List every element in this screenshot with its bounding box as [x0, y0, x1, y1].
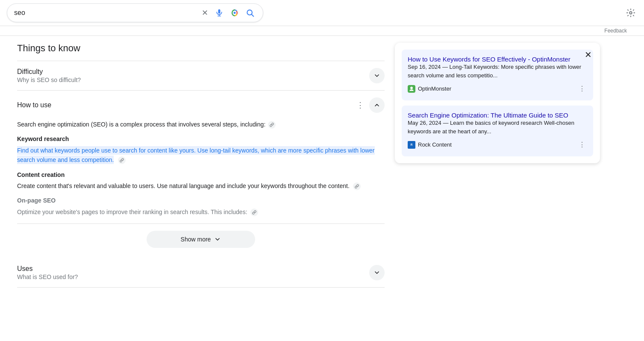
highlighted-keyword-text: Find out what keywords people use to sea… [17, 146, 375, 164]
how-to-use-accordion: How to use ⋮ Search engine optimiza [17, 91, 385, 224]
link-icon-4 [252, 210, 256, 215]
settings-area [618, 6, 637, 19]
rockcontent-favicon-icon: R [409, 142, 415, 148]
main-layout: Things to know Difficulty Why is SEO so … [0, 36, 598, 294]
uses-title: Uses [17, 265, 369, 273]
source-dash-1: — [442, 64, 450, 70]
source-item-rockcontent: Search Engine Optimization: The Ultimate… [402, 106, 593, 156]
on-page-seo-text: Optimize your website's pages to improve… [17, 207, 385, 217]
search-input[interactable] [14, 9, 197, 17]
source-excerpt-rockcontent: May 26, 2024 — Learn the basics of keywo… [408, 119, 587, 135]
how-to-use-header[interactable]: How to use ⋮ [17, 91, 385, 120]
show-more-chevron-icon [214, 236, 221, 243]
search-submit-button[interactable] [244, 7, 256, 19]
source-more-button-1[interactable]: ⋮ [577, 83, 587, 94]
show-more-label: Show more [181, 236, 211, 243]
gear-icon [626, 8, 635, 18]
source-card-container: ✕ How to Use Keywords for SEO Effectivel… [395, 43, 600, 163]
svg-point-8 [410, 86, 413, 89]
svg-rect-0 [218, 9, 221, 14]
source-favicon-area-1: OptinMonster [408, 85, 451, 93]
show-more-container: Show more [17, 224, 385, 255]
intro-link-icon[interactable] [268, 121, 276, 129]
things-to-know-title: Things to know [17, 43, 385, 54]
three-dot-icon-source-2: ⋮ [579, 141, 585, 148]
source-name-optinmonster: OptinMonster [418, 85, 451, 92]
right-panel: ✕ How to Use Keywords for SEO Effectivel… [395, 43, 600, 288]
how-to-use-collapse-button[interactable] [369, 97, 385, 113]
content-creation-text: Create content that's relevant and valua… [17, 181, 385, 191]
uses-title-area: Uses What is SEO used for? [17, 265, 369, 280]
uses-controls [369, 265, 385, 280]
keyword-research-heading: Keyword research [17, 134, 385, 144]
difficulty-controls [369, 68, 385, 83]
difficulty-subtitle: Why is SEO so difficult? [17, 76, 369, 83]
microphone-icon [215, 9, 223, 17]
source-title-rockcontent[interactable]: Search Engine Optimization: The Ultimate… [408, 112, 568, 119]
clear-button[interactable]: ✕ [200, 6, 210, 19]
keyword-research-text: Find out what keywords people use to sea… [17, 146, 385, 165]
link-icon [270, 123, 274, 127]
source-date-2: May 26, 2024 [408, 120, 441, 126]
how-to-use-title-area: How to use [17, 101, 355, 109]
how-to-use-content: Search engine optimization (SEO) is a co… [17, 120, 385, 223]
how-to-use-intro: Search engine optimization (SEO) is a co… [17, 120, 385, 129]
clear-icon: ✕ [202, 8, 208, 18]
uses-header[interactable]: Uses What is SEO used for? [17, 258, 385, 287]
onpage-link-icon[interactable] [250, 209, 258, 216]
search-box: ✕ [7, 3, 263, 22]
svg-point-7 [629, 12, 632, 14]
uses-expand-button[interactable] [369, 265, 385, 280]
uses-subtitle: What is SEO used for? [17, 273, 369, 280]
difficulty-header[interactable]: Difficulty Why is SEO so difficult? [17, 61, 385, 90]
source-title-optinmonster[interactable]: How to Use Keywords for SEO Effectively … [408, 56, 570, 63]
difficulty-title-area: Difficulty Why is SEO so difficult? [17, 68, 369, 83]
uses-accordion: Uses What is SEO used for? [17, 258, 385, 288]
svg-text:R: R [411, 143, 413, 146]
how-to-use-title: How to use [17, 101, 355, 109]
close-icon: ✕ [585, 50, 592, 60]
left-panel: Things to know Difficulty Why is SEO so … [17, 43, 385, 288]
lens-search-button[interactable] [229, 7, 241, 19]
difficulty-expand-button[interactable] [369, 68, 385, 83]
difficulty-title: Difficulty [17, 68, 369, 76]
source-footer-optinmonster: OptinMonster ⋮ [408, 83, 587, 94]
search-icon [246, 9, 254, 17]
voice-search-button[interactable] [213, 7, 225, 19]
three-dot-icon-source-1: ⋮ [579, 85, 585, 92]
link-icon-3 [355, 184, 359, 188]
search-icons: ✕ [200, 6, 256, 19]
source-name-rockcontent: Rock Content [418, 141, 452, 148]
uses-chevron-down-icon [373, 269, 380, 276]
how-to-use-controls: ⋮ [355, 97, 385, 113]
source-favicon-area-2: R Rock Content [408, 141, 452, 149]
chevron-up-icon [373, 102, 380, 109]
source-date-1: Sep 16, 2024 [408, 64, 441, 70]
source-excerpt-optinmonster: Sep 16, 2024 — Long-Tail Keywords: More … [408, 63, 587, 79]
source-more-button-2[interactable]: ⋮ [577, 139, 587, 150]
three-dot-icon: ⋮ [356, 100, 364, 110]
keyword-link-icon[interactable] [118, 156, 126, 164]
chevron-down-icon [373, 72, 380, 79]
settings-button[interactable] [624, 6, 637, 19]
content-creation-heading: Content creation [17, 170, 385, 179]
difficulty-accordion: Difficulty Why is SEO so difficult? [17, 61, 385, 91]
close-source-panel-button[interactable]: ✕ [581, 48, 595, 62]
svg-line-6 [252, 15, 254, 17]
source-dash-2: — [443, 120, 450, 126]
search-bar: ✕ [0, 0, 644, 26]
svg-point-4 [234, 12, 236, 14]
google-lens-icon [230, 9, 239, 17]
source-footer-rockcontent: R Rock Content ⋮ [408, 139, 587, 150]
feedback-bar: Feedback [0, 26, 644, 36]
content-link-icon[interactable] [353, 182, 361, 190]
link-icon-2 [120, 158, 124, 162]
how-to-use-more-button[interactable]: ⋮ [355, 99, 366, 112]
feedback-link[interactable]: Feedback [604, 28, 627, 34]
show-more-button[interactable]: Show more [147, 231, 256, 248]
rockcontent-favicon: R [408, 141, 415, 149]
source-item-optinmonster: How to Use Keywords for SEO Effectively … [402, 50, 593, 100]
optinmonster-favicon [408, 85, 415, 93]
on-page-seo-heading: On-page SEO [17, 196, 385, 205]
